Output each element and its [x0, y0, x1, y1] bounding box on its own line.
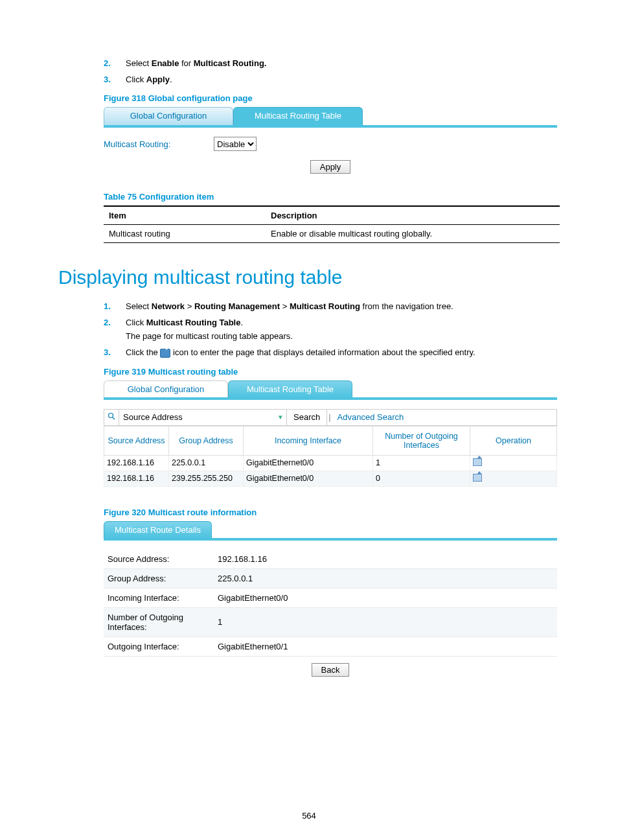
back-button[interactable]: Back	[312, 663, 350, 677]
steps-top: 2. Select Enable for Multicast Routing. …	[104, 58, 560, 84]
table-75-caption: Table 75 Configuration item	[104, 192, 560, 202]
step-3: 3. Click Apply.	[104, 75, 560, 84]
step-number: 3.	[104, 75, 126, 84]
search-icon[interactable]	[104, 412, 119, 422]
step-2: 2. Click Multicast Routing Table. The pa…	[104, 318, 560, 341]
step-number: 3.	[104, 347, 126, 358]
table-row: Outgoing Interface:GigabitEthernet0/1	[104, 636, 557, 656]
details-icon	[160, 349, 170, 358]
step-sub: The page for multicast routing table app…	[126, 331, 560, 341]
step-2: 2. Select Enable for Multicast Routing.	[104, 58, 560, 68]
search-row: Source Address ▾ Search | Advanced Searc…	[104, 409, 557, 426]
th-description: Description	[266, 206, 560, 225]
table-row: 192.168.1.16 239.255.255.250 GigabitEthe…	[104, 471, 557, 486]
steps-section: 1. Select Network > Routing Management >…	[104, 301, 560, 358]
th-incoming-interface: Incoming Interface	[244, 426, 373, 455]
chevron-down-icon: ▾	[279, 413, 282, 421]
table-row: Source Address:192.168.1.16	[104, 550, 557, 569]
advanced-search-link[interactable]: Advanced Search	[332, 412, 409, 422]
th-group-address: Group Address	[169, 426, 244, 455]
multicast-routing-label: Multicast Routing:	[104, 139, 214, 149]
step-number: 2.	[104, 318, 126, 341]
tab-multicast-route-details[interactable]: Multicast Route Details	[104, 521, 212, 538]
search-field-select[interactable]: Source Address ▾	[119, 410, 287, 425]
th-outgoing-count: Number of Outgoing Interfaces	[373, 426, 470, 455]
figure-318: Global Configuration Multicast Routing T…	[104, 107, 560, 174]
step-body: Click Apply.	[126, 75, 560, 84]
table-row: Group Address:225.0.0.1	[104, 568, 557, 588]
tab-global-configuration[interactable]: Global Configuration	[104, 107, 233, 125]
figure-320-caption: Figure 320 Multicast route information	[104, 508, 560, 517]
svg-point-0	[109, 414, 113, 418]
step-number: 2.	[104, 58, 126, 68]
table-row: Incoming Interface:GigabitEthernet0/0	[104, 588, 557, 607]
table-row: Multicast routing Enable or disable mult…	[104, 225, 560, 243]
details-icon[interactable]	[473, 474, 482, 482]
svg-line-1	[113, 417, 115, 419]
figure-318-caption: Figure 318 Global configuration page	[104, 93, 560, 103]
step-body: Select Network > Routing Management > Mu…	[126, 301, 560, 311]
page-number: 564	[0, 811, 618, 821]
step-number: 1.	[104, 301, 126, 311]
step-1: 1. Select Network > Routing Management >…	[104, 301, 560, 311]
figure-319: Global Configuration Multicast Routing T…	[104, 380, 557, 487]
search-button[interactable]: Search	[287, 410, 327, 425]
routing-table: Source Address Group Address Incoming In…	[104, 426, 557, 487]
tab-multicast-routing-table[interactable]: Multicast Routing Table	[228, 380, 352, 397]
th-source-address: Source Address	[104, 426, 169, 455]
details-icon[interactable]	[473, 458, 482, 466]
table-row: Number of Outgoing Interfaces:1	[104, 607, 557, 636]
figure-320: Multicast Route Details Source Address:1…	[104, 521, 557, 677]
step-body: Click Multicast Routing Table. The page …	[126, 318, 560, 341]
tab-global-configuration[interactable]: Global Configuration	[104, 380, 228, 397]
step-3: 3. Click the icon to enter the page that…	[104, 347, 560, 358]
step-body: Select Enable for Multicast Routing.	[126, 58, 560, 68]
tab-multicast-routing-table[interactable]: Multicast Routing Table	[233, 107, 363, 125]
th-operation: Operation	[470, 426, 557, 455]
section-heading: Displaying multicast routing table	[58, 266, 560, 288]
th-item: Item	[104, 206, 266, 225]
apply-button[interactable]: Apply	[310, 160, 351, 174]
route-details-table: Source Address:192.168.1.16 Group Addres…	[104, 550, 557, 657]
multicast-routing-select[interactable]: Disable	[214, 137, 257, 151]
table-75: Item Description Multicast routing Enabl…	[104, 205, 560, 243]
step-body: Click the icon to enter the page that di…	[126, 347, 560, 358]
figure-319-caption: Figure 319 Multicast routing table	[104, 367, 560, 377]
table-row: 192.168.1.16 225.0.0.1 GigabitEthernet0/…	[104, 455, 557, 471]
